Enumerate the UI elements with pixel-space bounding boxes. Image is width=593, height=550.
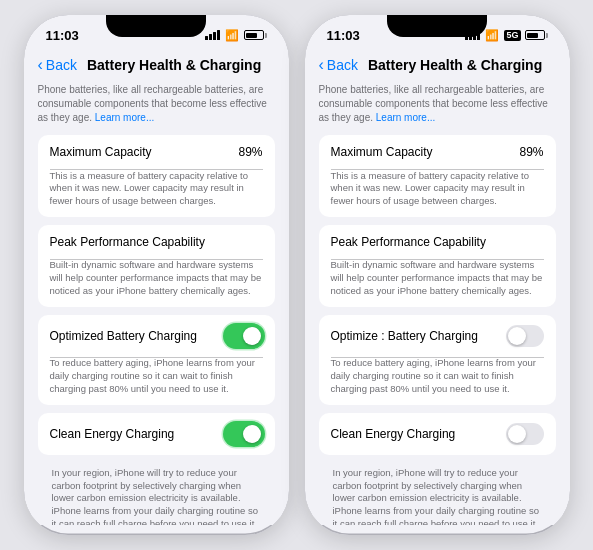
back-button-left[interactable]: ‹ Back	[38, 57, 77, 73]
status-time-left: 11:03	[46, 28, 79, 43]
clean-toggle-knob-right	[508, 425, 526, 443]
card-performance-left: Peak Performance Capability Built-in dyn…	[38, 225, 275, 307]
nav-bar-left: ‹ Back Battery Health & Charging	[24, 49, 289, 83]
card-row-optimized-right: Optimize : Battery Charging	[319, 315, 556, 357]
performance-label-right: Peak Performance Capability	[331, 235, 486, 249]
signal-icon-left	[205, 30, 220, 40]
capacity-value-left: 89%	[238, 145, 262, 159]
card-clean-right: Clean Energy Charging	[319, 413, 556, 455]
capacity-desc-right: This is a measure of battery capacity re…	[319, 170, 556, 217]
optimized-toggle-left[interactable]	[225, 325, 263, 347]
back-label-left: Back	[46, 57, 77, 73]
wifi-icon-right: 📶	[485, 29, 499, 42]
notch-right	[387, 15, 487, 37]
clean-label-right: Clean Energy Charging	[331, 427, 456, 441]
status-icons-left: 📶	[205, 29, 267, 42]
battery-icon-left	[244, 30, 267, 40]
card-row-clean-right: Clean Energy Charging	[319, 413, 556, 455]
wifi-icon-left: 📶	[225, 29, 239, 42]
nav-title-left: Battery Health & Charging	[87, 57, 275, 73]
capacity-label-left: Maximum Capacity	[50, 145, 152, 159]
card-row-performance-left: Peak Performance Capability	[38, 225, 275, 259]
intro-text-left: Phone batteries, like all rechargeable b…	[38, 83, 275, 125]
back-chevron-left: ‹	[38, 57, 43, 73]
card-capacity-left: Maximum Capacity 89% This is a measure o…	[38, 135, 275, 217]
capacity-value-right: 89%	[519, 145, 543, 159]
optimized-toggle-right[interactable]	[506, 325, 544, 347]
optimized-toggle-knob-right	[508, 327, 526, 345]
card-row-capacity-right: Maximum Capacity 89%	[319, 135, 556, 169]
notch-left	[106, 15, 206, 37]
nav-bar-right: ‹ Back Battery Health & Charging	[305, 49, 570, 83]
status-time-right: 11:03	[327, 28, 360, 43]
phone-right: 11:03 📶 5G ‹ Back Batter	[305, 15, 570, 535]
content-left: Phone batteries, like all rechargeable b…	[24, 83, 289, 525]
content-right: Phone batteries, like all rechargeable b…	[305, 83, 570, 525]
back-label-right: Back	[327, 57, 358, 73]
learn-more-link-left[interactable]: Learn more...	[95, 112, 154, 123]
capacity-label-right: Maximum Capacity	[331, 145, 433, 159]
capacity-desc-left: This is a measure of battery capacity re…	[38, 170, 275, 217]
back-button-right[interactable]: ‹ Back	[319, 57, 358, 73]
phone-left: 11:03 📶 ‹ Back Battery Health &	[24, 15, 289, 535]
card-clean-left: Clean Energy Charging	[38, 413, 275, 455]
card-row-capacity-left: Maximum Capacity 89%	[38, 135, 275, 169]
optimized-toggle-knob-left	[243, 327, 261, 345]
card-optimized-left: Optimized Battery Charging To reduce bat…	[38, 315, 275, 405]
back-chevron-right: ‹	[319, 57, 324, 73]
card-performance-right: Peak Performance Capability Built-in dyn…	[319, 225, 556, 307]
battery-icon-right	[525, 30, 548, 40]
optimized-desc-left: To reduce battery aging, iPhone learns f…	[38, 357, 275, 404]
performance-desc-right: Built-in dynamic software and hardware s…	[319, 259, 556, 306]
optimized-desc-right: To reduce battery aging, iPhone learns f…	[319, 357, 556, 404]
clean-toggle-right[interactable]	[506, 423, 544, 445]
optimized-label-right: Optimize : Battery Charging	[331, 329, 478, 343]
5g-icon-right: 5G	[504, 30, 520, 41]
clean-toggle-knob-left	[243, 425, 261, 443]
clean-label-left: Clean Energy Charging	[50, 427, 175, 441]
performance-label-left: Peak Performance Capability	[50, 235, 205, 249]
card-optimized-right: Optimize : Battery Charging To reduce ba…	[319, 315, 556, 405]
nav-title-right: Battery Health & Charging	[368, 57, 556, 73]
card-capacity-right: Maximum Capacity 89% This is a measure o…	[319, 135, 556, 217]
clean-footer-left: In your region, iPhone will try to reduc…	[38, 463, 275, 525]
optimized-label-left: Optimized Battery Charging	[50, 329, 197, 343]
clean-toggle-left[interactable]	[225, 423, 263, 445]
learn-more-link-right[interactable]: Learn more...	[376, 112, 435, 123]
clean-footer-right: In your region, iPhone will try to reduc…	[319, 463, 556, 525]
card-row-clean-left: Clean Energy Charging	[38, 413, 275, 455]
card-row-performance-right: Peak Performance Capability	[319, 225, 556, 259]
performance-desc-left: Built-in dynamic software and hardware s…	[38, 259, 275, 306]
intro-text-right: Phone batteries, like all rechargeable b…	[319, 83, 556, 125]
card-row-optimized-left: Optimized Battery Charging	[38, 315, 275, 357]
